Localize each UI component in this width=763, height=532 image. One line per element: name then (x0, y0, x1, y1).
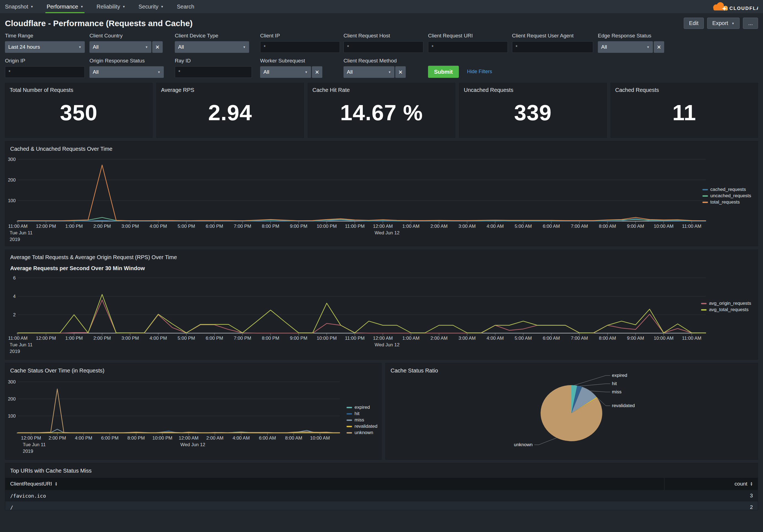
chart-title: Cached & Uncached Requests Over Time (10, 146, 112, 152)
pie-slice-label-hit: hit (612, 381, 617, 386)
legend-item-total-requests[interactable]: total_requests (703, 200, 751, 205)
chevron-down-icon: ▼ (145, 45, 148, 49)
cache-status-ratio-pie-chart[interactable]: expiredhitmissrevalidatedunknown (385, 373, 758, 458)
legend-item-revalidated[interactable]: revalidated (347, 424, 378, 429)
x-axis-date-label: 2019 (23, 449, 33, 454)
legend-label: expired (355, 404, 370, 410)
requests-over-time-chart[interactable]: 10020030011:00 AM12:00 PM1:00 PM2:00 PM3… (5, 152, 758, 245)
table-row[interactable]: /2 (5, 501, 758, 510)
top-nav: Snapshot▼Performance▼Reliability▼Securit… (0, 0, 763, 13)
x-axis-tick-label: 2:00 PM (49, 435, 66, 441)
y-axis-tick-label: 100 (8, 413, 16, 419)
chevron-down-icon: ▼ (731, 22, 734, 25)
y-axis-tick-label: 200 (8, 177, 16, 183)
legend-item-cached-requests[interactable]: cached_requests (703, 187, 751, 192)
x-axis-date-label: Tue Jun 11 (23, 442, 46, 447)
more-options-button[interactable]: ... (743, 18, 758, 29)
pie-slice-label-unknown: unknown (514, 442, 533, 447)
filter-group-time-range: Time RangeLast 24 hours▼ (5, 33, 89, 53)
legend-swatch (703, 189, 708, 190)
x-axis-tick-label: 7:00 AM (571, 223, 588, 229)
filter-label: Ray ID (175, 58, 260, 64)
client-country-select[interactable]: All▼ (89, 41, 152, 53)
x-axis-tick-label: 4:00 PM (150, 336, 167, 341)
legend-label: cached_requests (710, 187, 746, 192)
x-axis-date-label: Wed Jun 12 (375, 230, 399, 235)
legend-item-avg-origin-requests[interactable]: avg_origin_requests (701, 301, 751, 306)
client-request-user-agent-input[interactable] (512, 41, 593, 53)
export-button[interactable]: Export▼ (707, 18, 740, 29)
client-request-host-input[interactable] (344, 41, 423, 53)
x-axis-tick-label: 2:00 AM (430, 223, 448, 229)
stat-value: 11 (611, 100, 758, 126)
pie-slice-label-revalidated: revalidated (612, 403, 635, 408)
nav-item-snapshot[interactable]: Snapshot▼ (5, 0, 33, 13)
worker-subrequest-select[interactable]: All▼ (260, 66, 311, 78)
chevron-down-icon: ▼ (158, 70, 161, 74)
hide-filters-link[interactable]: Hide Filters (467, 69, 492, 78)
filter-label: Time Range (5, 33, 89, 39)
x-axis-tick-label: 1:00 PM (65, 223, 82, 229)
time-range-select[interactable]: Last 24 hours▼ (5, 41, 85, 53)
nav-item-label: Search (177, 4, 194, 10)
legend-item-hit[interactable]: hit (347, 411, 378, 416)
legend-item-miss[interactable]: miss (347, 417, 378, 423)
legend-swatch (703, 202, 708, 203)
x-axis-tick-label: 4:00 AM (487, 223, 504, 229)
stat-panel-uncached-requests: Uncached Requests339 (459, 83, 607, 138)
x-axis-tick-label: 5:00 AM (515, 336, 532, 341)
select-value: All (93, 69, 99, 75)
nav-item-search[interactable]: Search (177, 0, 194, 13)
sort-icon[interactable]: ▲▼ (750, 482, 753, 486)
rps-over-time-chart[interactable]: 24611:00 AM12:00 PM1:00 PM2:00 PM3:00 PM… (5, 273, 758, 358)
nav-item-performance[interactable]: Performance▼ (47, 0, 83, 13)
chart-legend: expiredhitmissrevalidatedunknown (347, 404, 378, 436)
legend-item-uncached-requests[interactable]: uncached_requests (703, 193, 751, 199)
stat-value: 2.94 (157, 100, 304, 126)
edge-response-status-select[interactable]: All▼ (598, 41, 653, 53)
x-axis-tick-label: 9:00 PM (290, 336, 307, 341)
clear-filter-button[interactable]: ✕ (395, 66, 406, 78)
nav-item-security[interactable]: Security▼ (139, 0, 164, 13)
stat-label: Total Number of Requests (10, 87, 73, 93)
submit-button[interactable]: Submit (428, 66, 459, 78)
origin-response-status-select[interactable]: All▼ (89, 66, 164, 78)
stat-panels-row: Total Number of Requests350Average RPS2.… (0, 83, 763, 138)
legend-swatch (703, 195, 708, 197)
select-value: Last 24 hours (8, 44, 40, 50)
clear-filter-button[interactable]: ✕ (152, 41, 163, 53)
origin-ip-input[interactable] (5, 66, 85, 78)
ray-id-input[interactable] (175, 66, 252, 78)
legend-item-expired[interactable]: expired (347, 404, 378, 410)
x-axis-date-label: Tue Jun 11 (10, 342, 33, 347)
client-request-uri-input[interactable] (428, 41, 508, 53)
series-line-avg-total-requests[interactable] (18, 294, 706, 333)
client-device-type-select[interactable]: All▼ (175, 41, 249, 53)
legend-item-avg-total-requests[interactable]: avg_total_requests (701, 307, 751, 312)
chevron-down-icon: ▼ (122, 5, 125, 8)
chevron-down-icon: ▼ (647, 45, 650, 49)
legend-swatch (347, 426, 352, 427)
clear-filter-button[interactable]: ✕ (312, 66, 322, 78)
filter-group-client-request-host: Client Request Host (344, 33, 428, 53)
x-axis-tick-label: 8:00 PM (262, 336, 279, 341)
edit-button[interactable]: Edit (684, 18, 704, 29)
legend-label: miss (355, 417, 364, 423)
pie-slice-label-expired: expired (612, 373, 627, 378)
clear-filter-button[interactable]: ✕ (654, 41, 664, 53)
client-ip-input[interactable] (260, 41, 340, 53)
series-line-unknown[interactable] (18, 389, 340, 433)
column-header-count[interactable]: count ▲▼ (735, 481, 758, 487)
legend-item-unknown[interactable]: unknown (347, 430, 378, 435)
x-axis-tick-label: 7:00 PM (234, 336, 251, 341)
sort-icon[interactable]: ▲▼ (55, 482, 57, 486)
cache-status-over-time-chart[interactable]: 10020030012:00 PM2:00 PM4:00 PM6:00 PM8:… (5, 376, 381, 458)
table-row[interactable]: /favicon.ico3 (5, 490, 758, 501)
filter-label: Origin IP (5, 58, 89, 64)
nav-item-reliability[interactable]: Reliability▼ (97, 0, 125, 13)
client-request-method-select[interactable]: All▼ (344, 66, 394, 78)
x-axis-tick-label: 4:00 PM (75, 435, 92, 441)
legend-label: unknown (355, 430, 373, 435)
column-header-uri[interactable]: ClientRequestURI ▲▼ (5, 481, 57, 487)
series-line-total-requests[interactable] (18, 165, 706, 221)
